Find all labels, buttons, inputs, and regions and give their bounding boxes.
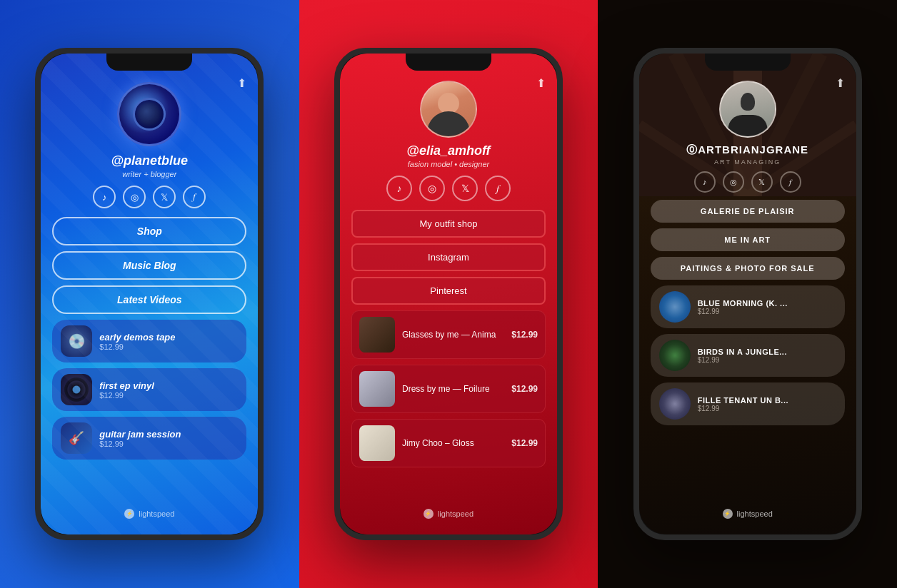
tagline-dark: ART MANAGING — [714, 158, 781, 166]
pinterest-button-red[interactable]: Pinterest — [351, 277, 546, 305]
product-name-vinyl: first ep vinyl — [99, 380, 238, 391]
product-tape[interactable]: 💿 early demos tape $12.99 — [52, 320, 246, 363]
product-fille[interactable]: FILLE TENANT UN B... $12.99 — [651, 382, 845, 425]
instagram-button-red[interactable]: Instagram — [351, 243, 546, 271]
lightspeed-icon-blue: ⚡ — [124, 509, 134, 519]
twitter-icon-blue[interactable]: 𝕏 — [153, 186, 176, 208]
product-name-guitar: guitar jam session — [99, 429, 238, 440]
lightspeed-icon-dark: ⚡ — [723, 509, 733, 519]
avatar-image-red — [421, 82, 476, 136]
product-info-guitar: guitar jam session $12.99 — [99, 429, 238, 448]
panel-dark: ⬆ ⓪ARTBRIANJGRANE ART MANAGING ♪ ◎ 𝕏 𝑓 G… — [598, 0, 897, 588]
instagram-icon-blue[interactable]: ◎ — [123, 186, 146, 208]
shop-button-blue[interactable]: Shop — [52, 217, 246, 245]
thumb-tape: 💿 — [61, 325, 92, 357]
product-price-vinyl: $12.99 — [99, 391, 238, 400]
thumb-heels — [359, 425, 395, 461]
instagram-icon-red[interactable]: ◎ — [419, 176, 445, 201]
social-icons-blue: ♪ ◎ 𝕏 𝑓 — [93, 186, 206, 208]
username-blue: @planetblue — [111, 153, 189, 168]
share-button-dark[interactable]: ⬆ — [836, 76, 845, 90]
thumb-glasses — [359, 317, 395, 353]
phone-blue: ⬆ @planetblue writer + blogger ♪ ◎ 𝕏 𝑓 S… — [35, 48, 264, 540]
product-name-dress: Dress by me — Foilure — [402, 384, 504, 394]
product-info-fille: FILLE TENANT UN B... $12.99 — [698, 396, 836, 412]
lightspeed-icon-red: ⚡ — [424, 509, 434, 519]
product-info-tape: early demos tape $12.99 — [99, 332, 238, 351]
share-button-blue[interactable]: ⬆ — [237, 76, 246, 90]
thumb-vinyl — [61, 374, 92, 405]
screen-blue: ⬆ @planetblue writer + blogger ♪ ◎ 𝕏 𝑓 S… — [41, 54, 258, 534]
share-button-red[interactable]: ⬆ — [536, 76, 546, 90]
panel-blue: ⬆ @planetblue writer + blogger ♪ ◎ 𝕏 𝑓 S… — [0, 0, 299, 588]
paintings-button[interactable]: PAITINGS & PHOTO FOR SALE — [651, 257, 845, 280]
product-name-fille: FILLE TENANT UN B... — [698, 396, 836, 405]
thumb-blue-morning — [659, 291, 691, 323]
thumb-birds — [659, 340, 691, 371]
footer-blue: ⚡ lightspeed — [124, 505, 174, 523]
instagram-icon-dark[interactable]: ◎ — [723, 171, 744, 193]
product-price-blue-morning: $12.99 — [698, 308, 836, 315]
product-name-blue-morning: BLUE MORNING (K. ... — [698, 299, 836, 308]
phone-notch-dark — [705, 54, 791, 71]
lightspeed-label-blue: lightspeed — [139, 510, 174, 518]
product-name-tape: early demos tape — [99, 332, 238, 343]
lightspeed-label-red: lightspeed — [438, 510, 473, 518]
phone-red: ⬆ @elia_amhoff fasion model • designer ♪… — [334, 48, 563, 540]
music-blog-button-blue[interactable]: Music Blog — [52, 251, 246, 280]
latest-videos-button-blue[interactable]: Latest Videos — [52, 285, 246, 314]
product-info-vinyl: first ep vinyl $12.99 — [99, 380, 238, 400]
thumb-dress — [359, 371, 395, 407]
lightspeed-label-dark: lightspeed — [737, 510, 773, 518]
social-icons-red: ♪ ◎ 𝕏 𝑓 — [386, 176, 511, 201]
footer-red: ⚡ lightspeed — [424, 505, 473, 523]
product-price-heels: $12.99 — [511, 438, 538, 448]
product-name-birds: BIRDS IN A JUNGLE... — [698, 348, 836, 356]
phone-notch-blue — [106, 54, 192, 71]
me-in-art-button[interactable]: ME IN ART — [651, 228, 845, 251]
avatar-red — [420, 81, 477, 138]
phone-dark: ⬆ ⓪ARTBRIANJGRANE ART MANAGING ♪ ◎ 𝕏 𝑓 G… — [633, 48, 862, 540]
username-red: @elia_amhoff — [406, 143, 490, 158]
tiktok-icon-red[interactable]: ♪ — [386, 176, 412, 201]
twitter-icon-red[interactable]: 𝕏 — [452, 176, 478, 201]
product-dress[interactable]: Dress by me — Foilure $12.99 — [351, 365, 546, 413]
product-price-glasses: $12.99 — [511, 330, 538, 340]
product-info-birds: BIRDS IN A JUNGLE... $12.99 — [698, 348, 836, 364]
product-info-blue-morning: BLUE MORNING (K. ... $12.99 — [698, 299, 836, 315]
product-price-dress: $12.99 — [511, 384, 538, 394]
facebook-icon-blue[interactable]: 𝑓 — [183, 186, 206, 208]
phone-notch-red — [406, 54, 491, 71]
product-heels[interactable]: Jimy Choo – Gloss $12.99 — [351, 419, 546, 467]
product-name-glasses: Glasses by me — Anima — [402, 330, 504, 340]
facebook-icon-red[interactable]: 𝑓 — [485, 176, 511, 201]
product-info-heels: Jimy Choo – Gloss — [402, 438, 504, 448]
outfit-shop-button[interactable]: My outfit shop — [351, 210, 546, 238]
username-dark: ⓪ARTBRIANJGRANE — [686, 143, 808, 157]
product-info-dress: Dress by me — Foilure — [402, 384, 504, 394]
product-price-birds: $12.99 — [698, 356, 836, 364]
product-price-guitar: $12.99 — [99, 440, 238, 448]
product-vinyl[interactable]: first ep vinyl $12.99 — [52, 368, 246, 411]
tiktok-icon-dark[interactable]: ♪ — [694, 171, 716, 193]
avatar-image-dark — [721, 82, 775, 136]
footer-dark: ⚡ lightspeed — [723, 505, 773, 523]
galerie-button[interactable]: GALERIE DE PLAISIR — [651, 200, 845, 223]
product-info-glasses: Glasses by me — Anima — [402, 330, 504, 340]
facebook-icon-dark[interactable]: 𝑓 — [780, 171, 801, 193]
product-name-heels: Jimy Choo – Gloss — [402, 438, 504, 448]
screen-red: ⬆ @elia_amhoff fasion model • designer ♪… — [340, 54, 557, 534]
twitter-icon-dark[interactable]: 𝕏 — [751, 171, 773, 193]
tagline-blue: writer + blogger — [122, 170, 176, 178]
thumb-fille — [659, 388, 691, 420]
social-icons-dark: ♪ ◎ 𝕏 𝑓 — [694, 171, 801, 193]
product-price-tape: $12.99 — [99, 343, 238, 351]
blue-logo — [117, 82, 181, 146]
product-blue-morning[interactable]: BLUE MORNING (K. ... $12.99 — [651, 285, 845, 328]
thumb-guitar: 🎸 — [61, 422, 92, 454]
product-guitar[interactable]: 🎸 guitar jam session $12.99 — [52, 417, 246, 460]
product-birds[interactable]: BIRDS IN A JUNGLE... $12.99 — [651, 334, 845, 377]
panel-red: ⬆ @elia_amhoff fasion model • designer ♪… — [299, 0, 598, 588]
tiktok-icon-blue[interactable]: ♪ — [93, 186, 116, 208]
product-glasses[interactable]: Glasses by me — Anima $12.99 — [351, 310, 546, 359]
